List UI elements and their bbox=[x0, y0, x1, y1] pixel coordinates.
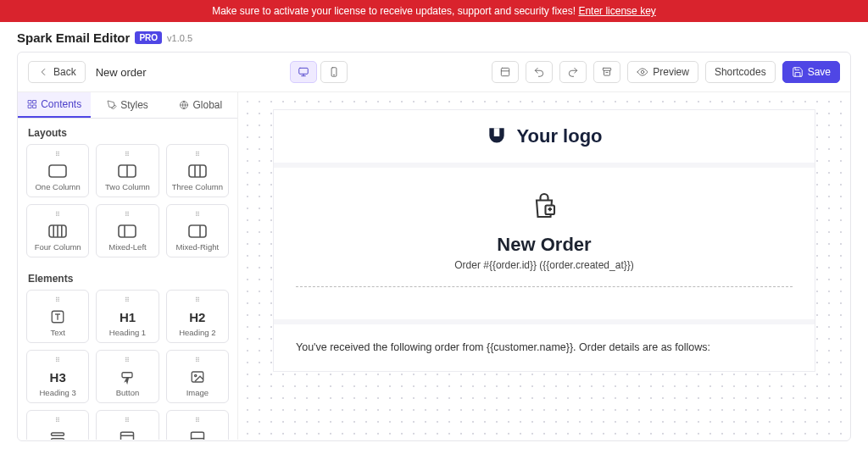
tab-contents[interactable]: Contents bbox=[18, 92, 91, 118]
element-image[interactable]: ⠿ Image bbox=[166, 350, 229, 403]
section-elements-title: Elements bbox=[18, 264, 237, 290]
redo-icon bbox=[567, 66, 579, 78]
h2-icon: H2 bbox=[170, 307, 225, 326]
text-block[interactable]: You've received the following order from… bbox=[274, 324, 815, 371]
layout-four-column[interactable]: ⠿ Four Column bbox=[26, 204, 89, 257]
layout-icon bbox=[499, 66, 511, 78]
svg-rect-5 bbox=[502, 68, 509, 75]
drag-handle-icon: ⠿ bbox=[170, 212, 225, 219]
save-button[interactable]: Save bbox=[782, 61, 840, 83]
email-body[interactable]: Your logo New Order Order #{{order.id}} … bbox=[273, 109, 815, 372]
element-text[interactable]: ⠿ Text bbox=[26, 290, 89, 343]
drag-handle-icon: ⠿ bbox=[100, 212, 154, 219]
templates-button[interactable] bbox=[492, 61, 519, 83]
logo-block[interactable]: Your logo bbox=[274, 110, 815, 168]
element-heading-2[interactable]: ⠿ H2 Heading 2 bbox=[166, 290, 229, 343]
section-layouts-title: Layouts bbox=[18, 119, 237, 144]
drag-handle-icon: ⠿ bbox=[31, 357, 85, 364]
back-button[interactable]: Back bbox=[28, 61, 86, 83]
app-version: v1.0.5 bbox=[167, 33, 192, 43]
svg-rect-42 bbox=[494, 128, 500, 136]
svg-rect-26 bbox=[119, 225, 136, 237]
element-button[interactable]: ⠿ Button bbox=[96, 350, 159, 403]
svg-rect-37 bbox=[52, 439, 64, 440]
two-column-icon bbox=[118, 164, 136, 178]
drag-handle-icon: ⠿ bbox=[31, 152, 85, 158]
element-heading-1[interactable]: ⠿ H1 Heading 1 bbox=[96, 290, 159, 343]
svg-rect-0 bbox=[299, 68, 309, 74]
redo-button[interactable] bbox=[559, 61, 587, 83]
globe-icon bbox=[179, 100, 189, 110]
svg-rect-36 bbox=[52, 433, 64, 435]
svg-rect-11 bbox=[33, 101, 36, 104]
svg-rect-34 bbox=[192, 372, 203, 382]
pro-badge: PRO bbox=[135, 31, 162, 44]
drag-handle-icon: ⠿ bbox=[170, 418, 225, 424]
order-heading: New Order bbox=[287, 234, 801, 256]
eye-icon bbox=[637, 66, 648, 78]
content-area: Contents Styles Global Layouts ⠿ bbox=[18, 92, 850, 440]
drag-handle-icon: ⠿ bbox=[100, 357, 154, 364]
button-icon bbox=[120, 369, 135, 385]
h1-icon: H1 bbox=[100, 307, 154, 326]
layout-mixed-left[interactable]: ⠿ Mixed-Left bbox=[96, 204, 159, 257]
elements-grid: ⠿ Text ⠿ H1 Heading 1 ⠿ H2 Heading 2 bbox=[18, 290, 237, 440]
svg-rect-13 bbox=[33, 105, 36, 108]
layout-mixed-right[interactable]: ⠿ Mixed-Right bbox=[166, 204, 229, 257]
order-subhead: Order #{{order.id}} ({{order.created_at}… bbox=[287, 259, 801, 271]
layout-one-column[interactable]: ⠿ One Column bbox=[26, 144, 89, 197]
chevron-left-icon bbox=[37, 66, 49, 78]
divider-line bbox=[296, 286, 793, 287]
shopping-bag-icon bbox=[529, 191, 559, 222]
header-icon bbox=[119, 430, 136, 440]
canvas[interactable]: Your logo New Order Order #{{order.id}} … bbox=[238, 92, 850, 440]
element-heading-3[interactable]: ⠿ H3 Heading 3 bbox=[26, 350, 89, 403]
preview-button[interactable]: Preview bbox=[627, 61, 698, 83]
drag-handle-icon: ⠿ bbox=[31, 418, 85, 424]
layout-two-column[interactable]: ⠿ Two Column bbox=[96, 144, 159, 197]
drag-handle-icon: ⠿ bbox=[170, 297, 225, 304]
toolbar: Back New order Preview bbox=[18, 53, 850, 92]
element-header[interactable]: ⠿ Header bbox=[96, 410, 159, 440]
element-footer[interactable]: ⠿ Footer bbox=[166, 410, 229, 440]
logo-text: Your logo bbox=[516, 125, 602, 147]
undo-icon bbox=[533, 66, 545, 78]
logo-icon bbox=[486, 125, 508, 147]
svg-rect-33 bbox=[122, 373, 132, 378]
document-title: New order bbox=[96, 66, 147, 79]
tab-styles[interactable]: Styles bbox=[91, 92, 164, 118]
desktop-view-button[interactable] bbox=[290, 61, 317, 83]
email-wrap: Your logo New Order Order #{{order.id}} … bbox=[273, 109, 815, 372]
element-divider[interactable]: ⠿ Divider bbox=[26, 410, 89, 440]
mobile-view-button[interactable] bbox=[320, 61, 348, 83]
smartphone-icon bbox=[328, 66, 340, 78]
svg-rect-12 bbox=[29, 105, 32, 108]
svg-rect-16 bbox=[49, 165, 66, 177]
mixed-right-icon bbox=[188, 224, 207, 238]
drag-handle-icon: ⠿ bbox=[100, 418, 154, 424]
enter-license-link[interactable]: Enter license key bbox=[578, 5, 655, 17]
app-name: Spark Email Editor bbox=[17, 30, 130, 45]
layout-three-column[interactable]: ⠿ Three Column bbox=[166, 144, 229, 197]
undo-button[interactable] bbox=[526, 61, 553, 83]
shortcodes-button[interactable]: Shortcodes bbox=[705, 61, 776, 83]
device-toggle bbox=[290, 61, 348, 83]
banner-message: Make sure to activate your license to re… bbox=[212, 5, 576, 17]
one-column-icon bbox=[48, 164, 67, 178]
svg-rect-10 bbox=[29, 101, 32, 104]
heading-block[interactable]: New Order Order #{{order.id}} ({{order.c… bbox=[274, 168, 815, 324]
mixed-left-icon bbox=[118, 224, 136, 238]
footer-icon bbox=[189, 430, 206, 440]
drag-handle-icon: ⠿ bbox=[100, 297, 154, 304]
sidebar-tabs: Contents Styles Global bbox=[18, 92, 237, 119]
brush-icon bbox=[107, 100, 117, 110]
tab-global[interactable]: Global bbox=[164, 92, 237, 118]
three-column-icon bbox=[188, 164, 207, 178]
divider-icon bbox=[49, 430, 66, 440]
sidebar-scroll[interactable]: Layouts ⠿ One Column ⠿ Two Column ⠿ bbox=[18, 119, 237, 440]
grid-icon bbox=[27, 99, 37, 109]
layouts-grid: ⠿ One Column ⠿ Two Column ⠿ Three Column bbox=[18, 144, 237, 264]
reset-button[interactable] bbox=[593, 61, 620, 83]
order-body-text: You've received the following order from… bbox=[287, 336, 801, 359]
drag-handle-icon: ⠿ bbox=[100, 152, 154, 158]
